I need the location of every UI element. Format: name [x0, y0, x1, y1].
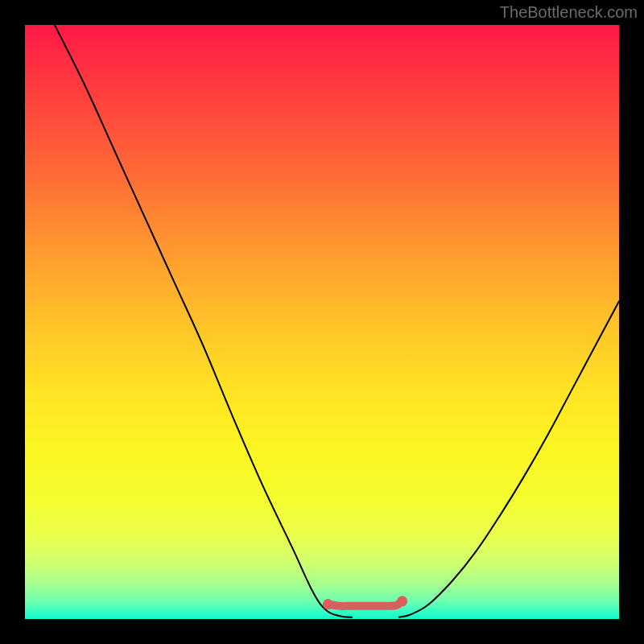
plot-area: [25, 25, 619, 619]
curve-svg: [25, 25, 619, 619]
chart-frame: TheBottleneck.com: [0, 0, 644, 644]
watermark-text: TheBottleneck.com: [500, 3, 638, 22]
